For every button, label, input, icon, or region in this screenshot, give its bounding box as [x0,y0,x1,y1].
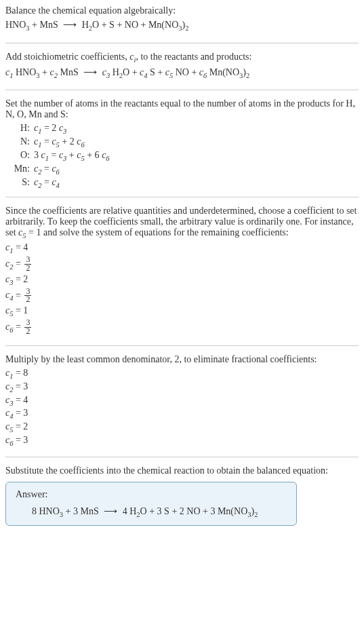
var: c5 [5,305,13,316]
var: c6 [199,67,207,77]
atom-label-n: N: [8,136,30,149]
coeff-line: c5 = 2 [5,421,359,434]
eq-part: H [79,20,89,30]
section-answer: Substitute the coefficients into the che… [5,465,359,526]
c: c [100,67,106,77]
var: c4 [52,177,59,187]
intro-text: Since the coefficients are relative quan… [5,206,359,240]
var: c6 [52,164,59,174]
coeff-line: c1 = 4 [5,242,359,254]
eq-part: + 3 MnS [63,506,101,516]
var: c6 [5,435,13,445]
var: c6 [102,150,109,160]
intro-text: Balance the chemical equation algebraica… [5,5,359,16]
frac-den: 2 [24,296,31,304]
intro-text: Substitute the coefficients into the che… [5,465,359,476]
sub: 6 [106,155,109,162]
eq-text: = [13,322,23,332]
var: c5 [165,67,173,77]
coeff-line: c4 = 32 [5,288,359,305]
eq-part: O + 3 S + 2 NO + 3 Mn(NO [140,506,248,516]
var: c5 [77,150,84,160]
pre: 3 [34,150,41,160]
eq-text: = 8 [13,368,28,378]
sub: 3 [63,128,66,135]
answer-box: Answer: 8 HNO3 + 3 MnS ⟶ 4 H2O + 3 S + 2… [5,482,297,526]
var: c5 [52,136,59,147]
var: c2 [34,177,41,187]
arrow-icon: ⟶ [83,67,97,77]
var: c5 [5,421,13,432]
answer-label: Answer: [16,489,287,500]
balanced-equation: 8 HNO3 + 3 MnS ⟶ 4 H2O + 3 S + 2 NO + 3 … [32,505,287,518]
plus: + [40,67,50,77]
section-solve-coeffs: Since the coefficients are relative quan… [5,206,359,346]
eq-text: = 2 [13,274,28,284]
eq-part: 4 H [120,506,136,516]
text: Add stoichiometric coefficients, [5,52,129,62]
var: c3 [100,67,110,77]
var: c4 [5,290,13,300]
var: c5 [18,227,26,237]
coeff-line: c5 = 1 [5,305,359,318]
section-multiply: Multiply by the least common denominator… [5,354,359,457]
fraction: 32 [24,256,31,273]
atom-eq-s: c2 = c4 [34,177,359,189]
sub: 6 [81,141,84,149]
eq-text: = [13,290,23,300]
unbalanced-equation: HNO3 + MnS ⟶ H2O + S + NO + Mn(NO3)2 [5,19,359,32]
var: c3 [59,123,66,133]
eq: = [49,150,59,160]
section-balance-intro: Balance the chemical equation algebraica… [5,5,359,43]
coeff-line: c2 = 3 [5,381,359,394]
eq-text: = 3 [13,408,28,418]
coeff-line: c6 = 3 [5,435,359,447]
coeff-line: c2 = 32 [5,256,359,273]
intro-text: Add stoichiometric coefficients, ci, to … [5,52,359,64]
var: c6 [77,136,84,147]
eq-text: = 3 [13,435,28,445]
var: c2 [5,381,13,391]
frac-den: 2 [24,265,31,273]
coeff-list: c1 = 8c2 = 3c3 = 4c4 = 3c5 = 2c6 = 3 [5,368,359,447]
var: c3 [5,395,13,405]
intro-text: Multiply by the least common denominator… [5,354,359,365]
intro-text: Set the number of atoms in the reactants… [5,98,359,120]
term: S + [148,67,165,77]
coeff-equation: c1 HNO3 + c2 MnS ⟶ c3 H2O + c4 S + c5 NO… [5,66,359,79]
section-stoich-coeffs: Add stoichiometric coefficients, ci, to … [5,52,359,91]
sub: 4 [56,181,60,189]
atom-eq-o: 3 c1 = c3 + c5 + 6 c6 [34,150,359,162]
var: c1 [41,150,49,160]
term: HNO [13,67,36,77]
eq-text: = 2 [13,421,28,432]
var: c1 [5,242,13,252]
frac-den: 2 [24,328,31,336]
coeff-line: c3 = 2 [5,274,359,286]
text: = 1 [26,227,41,237]
var: c1 [34,123,41,133]
var: c2 [49,67,57,77]
atom-balance-table: H: c1 = 2 c3 N: c1 = c5 + 2 c6 O: 3 c1 =… [8,123,359,189]
rest: + [66,150,77,160]
rest: + 6 [85,150,102,160]
atom-label-o: O: [8,150,30,162]
sub: 6 [56,168,60,176]
text: , to the reactants and products: [136,52,251,62]
term: NO + [173,67,199,77]
var: c2 [34,164,41,174]
section-atom-equations: Set the number of atoms in the reactants… [5,98,359,197]
eq: = [41,164,52,174]
atom-label-h: H: [8,123,30,135]
atom-eq-mn: c2 = c6 [34,164,359,176]
arrow-icon: ⟶ [63,20,77,30]
eq-part: + MnS [30,20,61,30]
arrow-icon: ⟶ [104,506,117,516]
sub: 2 [246,71,249,79]
text: and solve the system of equations for th… [41,227,288,237]
eq: = [41,177,52,187]
eq-text: = 4 [13,242,28,252]
var: c4 [5,408,13,418]
var: c1 [34,136,41,147]
eq-part: 8 HNO [32,506,60,516]
